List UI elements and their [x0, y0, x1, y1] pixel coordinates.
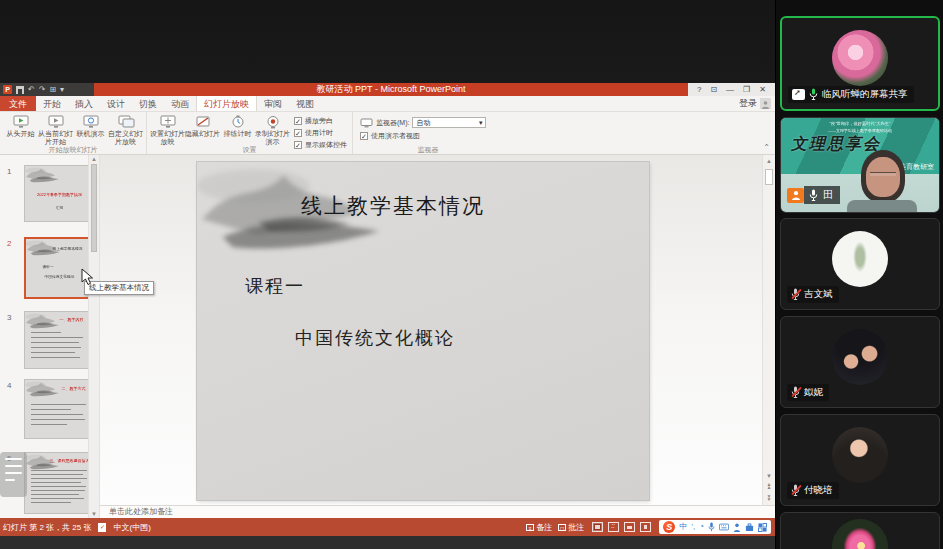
- current-slide[interactable]: 线上教学基本情况 课程一 中国传统文化概论: [197, 162, 649, 500]
- ime-mic-icon[interactable]: [708, 522, 715, 532]
- tab-animations[interactable]: 动画: [164, 96, 196, 111]
- ribbon-tab-bar: 文件 开始 插入 设计 切换 动画 幻灯片放映 审阅 视图 登录: [0, 96, 775, 112]
- ribbon-options-button[interactable]: ⊡: [710, 83, 717, 96]
- window-controls: ? ⊡ — ❐ ✕: [688, 83, 775, 96]
- powerpoint-logo-icon[interactable]: P: [3, 85, 12, 94]
- sogou-logo-icon[interactable]: S: [663, 521, 675, 533]
- normal-view-button[interactable]: [592, 522, 603, 532]
- screen-share-icon: [792, 89, 805, 100]
- language-indicator[interactable]: 中文(中国): [113, 522, 150, 533]
- help-button[interactable]: ?: [697, 83, 701, 96]
- ime-punctuation-icon[interactable]: ’,: [691, 522, 695, 532]
- scrollbar-thumb[interactable]: [765, 169, 773, 185]
- scroll-up-icon[interactable]: ▲: [764, 156, 774, 166]
- participant-tile[interactable]: 姒妮: [780, 316, 940, 408]
- scroll-down-icon[interactable]: ▼: [764, 471, 774, 481]
- slide-sorter-view-button[interactable]: [608, 522, 619, 532]
- custom-slideshow-button[interactable]: 自定义幻灯片放映: [108, 114, 143, 146]
- monitor-dropdown[interactable]: 自动 ▾: [412, 117, 486, 128]
- hide-slide-button[interactable]: 隐藏幻灯片: [185, 114, 220, 138]
- floating-panel[interactable]: [0, 452, 27, 497]
- from-current-slide-button[interactable]: 从当前幻灯片开始: [38, 114, 73, 146]
- thumbnail-slide-3[interactable]: 一、教学内容: [24, 311, 95, 369]
- tab-transitions[interactable]: 切换: [132, 96, 164, 111]
- ime-keyboard-icon[interactable]: [719, 523, 729, 531]
- notes-toggle-button[interactable]: ≡ 备注: [526, 522, 552, 533]
- comments-toggle-button[interactable]: ◻ 批注: [558, 522, 584, 533]
- tab-review[interactable]: 审阅: [257, 96, 289, 111]
- ime-toolbox-icon[interactable]: [758, 523, 767, 532]
- scrollbar-thumb[interactable]: [91, 164, 97, 252]
- collapse-ribbon-icon[interactable]: ⌃: [763, 143, 770, 152]
- tab-slideshow[interactable]: 幻灯片放映: [196, 96, 257, 111]
- close-button[interactable]: ✕: [759, 83, 766, 96]
- record-slideshow-button[interactable]: 录制幻灯片演示: [255, 114, 290, 146]
- sign-in[interactable]: 登录: [739, 96, 775, 111]
- present-online-button[interactable]: 联机演示: [73, 114, 108, 138]
- ime-skin-icon[interactable]: [745, 523, 754, 532]
- undo-icon[interactable]: ↶: [28, 85, 35, 94]
- checkbox-play-narrations[interactable]: ✓ 播放旁白: [294, 116, 347, 126]
- setup-slideshow-button[interactable]: 设置幻灯片放映: [150, 114, 185, 146]
- ink-painting-icon: [25, 312, 65, 332]
- banner-subtitle: ——文理学院线上教学季度教研活动: [797, 128, 923, 133]
- banner-slogan: “疫”常相伴，做好新时代“大先生”: [793, 120, 927, 125]
- minimize-button[interactable]: —: [726, 83, 734, 96]
- checkbox-presenter-view[interactable]: ✓ 使用演示者视图: [360, 131, 486, 141]
- thumbnail-slide-1[interactable]: 2022年春季学期教学情况 汇报: [24, 165, 95, 222]
- start-slideshow-icon[interactable]: ⊞: [49, 85, 56, 94]
- ime-emoji-icon[interactable]: ◔: [699, 522, 704, 532]
- participant-name: 吉文斌: [804, 288, 833, 301]
- tab-home[interactable]: 开始: [36, 96, 68, 111]
- tab-file[interactable]: 文件: [0, 96, 36, 111]
- from-beginning-button[interactable]: 从头开始: [3, 114, 38, 138]
- tab-insert[interactable]: 插入: [68, 96, 100, 111]
- participant-name: 临风听蝉的屏幕共享: [822, 88, 908, 101]
- group-label-monitors: 监视器: [353, 145, 503, 154]
- scroll-up-icon[interactable]: ▲: [91, 155, 97, 163]
- rehearse-timings-button[interactable]: 排练计时: [220, 114, 255, 138]
- canvas-scrollbar[interactable]: ▲ ▼ ▲▲ ▼▼: [762, 155, 775, 505]
- slide-canvas[interactable]: 线上教学基本情况 课程一 中国传统文化概论 ▲ ▼ ▲▲ ▼▼: [100, 155, 775, 505]
- account-avatar-icon: [760, 98, 771, 109]
- restore-button[interactable]: ❐: [743, 83, 750, 96]
- ime-mode-chinese[interactable]: 中: [679, 522, 687, 532]
- previous-slide-button[interactable]: ▲▲: [764, 483, 774, 493]
- participant-tile-sharer[interactable]: 临风听蝉的屏幕共享: [780, 16, 940, 111]
- notes-pane[interactable]: 单击此处添加备注: [100, 505, 775, 518]
- thumbnail-scrollbar[interactable]: ▲ ▼: [88, 155, 99, 518]
- participant-tile[interactable]: [780, 512, 940, 549]
- host-badge-icon: [787, 188, 804, 203]
- participant-tile-video[interactable]: “疫”常相伴，做好新时代“大先生” ——文理学院线上教学季度教研活动 文理思享会…: [780, 117, 940, 213]
- participant-label: 付晓培: [787, 482, 839, 499]
- tab-design[interactable]: 设计: [100, 96, 132, 111]
- work-area: 1 2022年春季学期教学情况 汇报 2 线上教学基本情况 课程一 中国传统文化…: [0, 155, 775, 518]
- checkbox-checked-icon: ✓: [294, 129, 302, 137]
- slideshow-view-button[interactable]: [640, 522, 651, 532]
- spellcheck-icon[interactable]: ✓: [98, 523, 106, 532]
- scroll-down-icon[interactable]: ▼: [91, 510, 97, 518]
- participant-tile[interactable]: 付晓培: [780, 414, 940, 506]
- ribbon-group-monitors: 监视器(M): 自动 ▾ ✓ 使用演示者视图 监视器: [353, 112, 503, 154]
- tab-view[interactable]: 视图: [289, 96, 321, 111]
- slide-course-label[interactable]: 课程一: [245, 274, 305, 298]
- ime-handwriting-icon[interactable]: [733, 523, 741, 532]
- avatar: [832, 427, 888, 483]
- save-icon[interactable]: [16, 86, 24, 94]
- thumbnail-slide-4[interactable]: 二、教学方式: [24, 379, 95, 439]
- thumbnail-slide-5[interactable]: 三、课程思政建设情况: [24, 452, 95, 514]
- participant-tile[interactable]: 吉文斌: [780, 218, 940, 310]
- next-slide-button[interactable]: ▼▼: [764, 495, 774, 505]
- participant-name: 田: [823, 188, 833, 202]
- redo-icon[interactable]: ↷: [39, 85, 46, 94]
- checkbox-use-timings[interactable]: ✓ 使用计时: [294, 128, 347, 138]
- shared-desktop: P ↶ ↷ ⊞ ▾ 教研活动 PPT - Microsoft PowerPoin…: [0, 0, 775, 549]
- qat-customize-icon[interactable]: ▾: [60, 85, 64, 94]
- reading-view-button[interactable]: [624, 522, 635, 532]
- participant-label: 田: [787, 186, 840, 204]
- quick-access-toolbar: P ↶ ↷ ⊞ ▾: [0, 83, 94, 96]
- slide-course-name[interactable]: 中国传统文化概论: [295, 326, 455, 350]
- monitor-field-label: 监视器(M):: [376, 118, 409, 128]
- powerpoint-window: P ↶ ↷ ⊞ ▾ 教研活动 PPT - Microsoft PowerPoin…: [0, 83, 775, 536]
- slide-title[interactable]: 线上教学基本情况: [197, 192, 589, 220]
